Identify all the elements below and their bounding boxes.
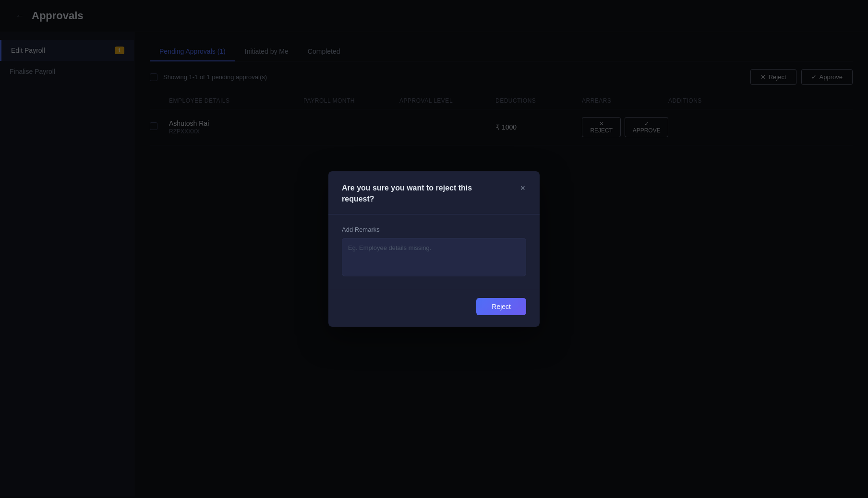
modal-close-button[interactable]: × [519, 183, 526, 193]
modal-body: Add Remarks [328, 214, 540, 290]
modal-footer: Reject [328, 290, 540, 327]
modal-header: Are you sure you want to reject this req… [328, 171, 540, 214]
modal-title: Are you sure you want to reject this req… [342, 183, 505, 204]
remarks-label: Add Remarks [342, 226, 526, 233]
reject-modal: Are you sure you want to reject this req… [328, 171, 540, 327]
remarks-textarea[interactable] [342, 238, 526, 276]
modal-overlay: Are you sure you want to reject this req… [0, 0, 868, 498]
modal-reject-button[interactable]: Reject [476, 298, 526, 315]
